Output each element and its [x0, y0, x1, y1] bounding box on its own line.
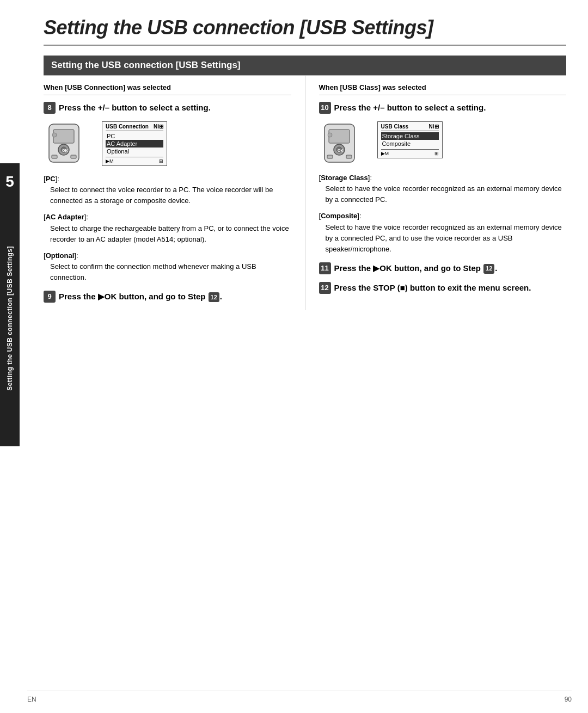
step10-title: 10 Press the +/– button to select a sett…: [319, 102, 567, 114]
side-tab-number: 5: [5, 173, 14, 190]
side-tab-label: Setting the USB connection [USB Settings…: [6, 246, 14, 391]
right-column: When [USB Class] was selected 10 Press t…: [305, 76, 567, 310]
step10-desc-composite: [Composite]: Select to have the voice re…: [319, 211, 567, 255]
svg-rect-1: [53, 130, 74, 143]
screen-footer-left-10: ▶M: [381, 151, 389, 156]
footer-page-num: 90: [565, 696, 572, 703]
svg-text:OK: OK: [338, 149, 344, 152]
screen-right-title-10: Ni⊞: [429, 124, 439, 130]
section-header: Setting the USB connection [USB Settings…: [44, 56, 566, 75]
svg-point-15: [328, 133, 332, 137]
footer-lang: EN: [27, 696, 36, 703]
svg-rect-9: [329, 130, 350, 143]
svg-rect-6: [71, 155, 76, 158]
step11-text: Press the ▶OK button, and go to Step 12.: [334, 262, 567, 274]
step8-title-text: Press the +/– button to select a setting…: [59, 102, 291, 113]
step11-badge: 11: [319, 262, 331, 274]
two-column-layout: When [USB Connection] was selected 8 Pre…: [44, 76, 566, 310]
screen-item-storage: Storage Class: [381, 132, 439, 140]
screen-right-title-8: Ni⊞: [154, 124, 163, 130]
step11-ref-badge: 12: [483, 264, 494, 274]
step11: 11 Press the ▶OK button, and go to Step …: [319, 262, 567, 274]
step8-desc-optional: [Optional]: Select to confirm the connec…: [44, 250, 291, 283]
step12-badge: 12: [319, 282, 331, 294]
step8-desc-ac: [AC Adapter]: Select to charge the recha…: [44, 212, 291, 244]
step9-badge: 9: [44, 291, 56, 303]
page-title: Setting the USB connection [USB Settings…: [44, 16, 566, 46]
screen-footer-left-8: ▶M: [106, 158, 114, 164]
step12-text: Press the STOP (■) button to exit the me…: [334, 282, 567, 293]
step10-desc-storage: [Storage Class]: Select to have the voic…: [319, 173, 567, 205]
step10-screen: USB Class Ni⊞ Storage Class Composite ▶M…: [377, 121, 443, 158]
screen-footer-right-10: ⊞: [434, 151, 439, 156]
step10-badge: 10: [319, 102, 331, 114]
step9-ref-badge: 12: [209, 292, 219, 302]
device-illustration-right: OK: [319, 121, 371, 165]
left-column: When [USB Connection] was selected 8 Pre…: [44, 76, 305, 310]
step9: 9 Press the ▶OK button, and go to Step 1…: [44, 291, 291, 303]
device-illustration-left: OK: [44, 121, 95, 165]
svg-point-7: [52, 133, 57, 137]
screen-item-pc: PC: [106, 132, 163, 140]
step8-screen: USB Connection Ni⊞ PC AC Adapter Optiona…: [102, 121, 167, 166]
screen-item-ac: AC Adapter: [106, 140, 163, 147]
screen-left-title-8: USB Connection: [106, 124, 149, 130]
main-content: Setting the USB connection [USB Settings…: [27, 0, 588, 327]
step10-device-row: OK USB Class Ni⊞ Storage Class Composite…: [319, 121, 567, 165]
step9-text: Press the ▶OK button, and go to Step 12.: [59, 291, 291, 302]
page-footer: EN 90: [27, 691, 572, 703]
screen-item-optional: Optional: [106, 147, 163, 155]
step12: 12 Press the STOP (■) button to exit the…: [319, 282, 567, 294]
svg-rect-5: [52, 155, 57, 158]
right-col-header: When [USB Class] was selected: [319, 83, 567, 95]
screen-footer-right-8: ⊞: [159, 158, 163, 164]
step8-title: 8 Press the +/– button to select a setti…: [44, 102, 291, 114]
step8-device-row: OK USB Connection Ni⊞ PC AC Adapter Opti…: [44, 121, 291, 166]
svg-rect-13: [327, 155, 333, 158]
svg-text:OK: OK: [62, 149, 68, 152]
side-tab: 5 Setting the USB connection [USB Settin…: [0, 163, 20, 446]
svg-rect-14: [346, 155, 352, 158]
step8-desc-pc: [PC]: Select to connect the voice record…: [44, 174, 291, 206]
step8-badge: 8: [44, 102, 56, 114]
screen-item-composite: Composite: [381, 140, 439, 147]
screen-left-title-10: USB Class: [381, 124, 409, 130]
step10-title-text: Press the +/– button to select a setting…: [334, 102, 567, 113]
left-col-header: When [USB Connection] was selected: [44, 83, 291, 95]
